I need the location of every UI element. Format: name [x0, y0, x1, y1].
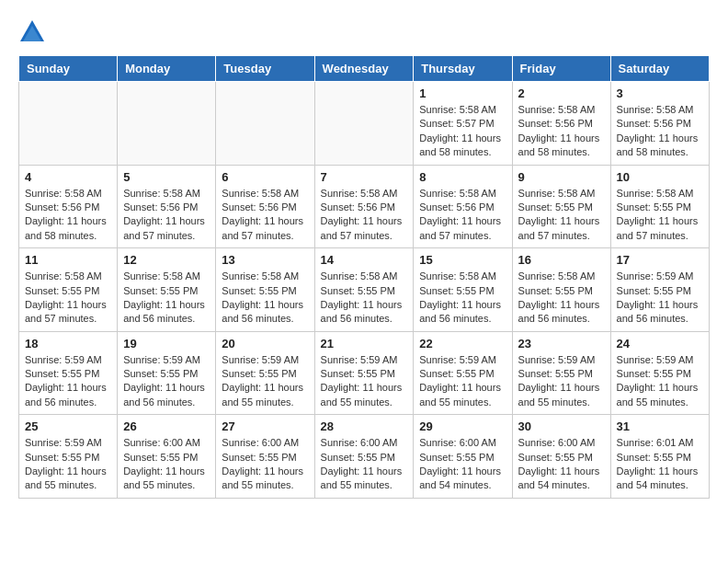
calendar-cell: 29Sunrise: 6:00 AM Sunset: 5:55 PM Dayli…: [414, 415, 512, 499]
calendar-cell: 18Sunrise: 5:59 AM Sunset: 5:55 PM Dayli…: [19, 331, 118, 415]
day-info: Sunrise: 6:00 AM Sunset: 5:55 PM Dayligh…: [518, 436, 605, 493]
day-number: 29: [419, 419, 506, 433]
calendar-cell: 12Sunrise: 5:58 AM Sunset: 5:55 PM Dayli…: [118, 248, 216, 332]
day-number: 27: [222, 419, 308, 433]
day-info: Sunrise: 5:58 AM Sunset: 5:56 PM Dayligh…: [518, 103, 605, 160]
day-info: Sunrise: 5:59 AM Sunset: 5:55 PM Dayligh…: [419, 353, 506, 410]
calendar-cell: 22Sunrise: 5:59 AM Sunset: 5:55 PM Dayli…: [414, 331, 512, 415]
day-header-saturday: Saturday: [610, 56, 709, 82]
calendar-cell: 27Sunrise: 6:00 AM Sunset: 5:55 PM Dayli…: [216, 415, 314, 499]
calendar-cell: 23Sunrise: 5:59 AM Sunset: 5:55 PM Dayli…: [512, 331, 610, 415]
day-number: 17: [617, 253, 703, 267]
day-number: 7: [321, 170, 408, 184]
week-row-5: 25Sunrise: 5:59 AM Sunset: 5:55 PM Dayli…: [19, 415, 710, 499]
calendar-cell: 11Sunrise: 5:58 AM Sunset: 5:55 PM Dayli…: [19, 248, 118, 332]
day-info: Sunrise: 5:58 AM Sunset: 5:55 PM Dayligh…: [25, 270, 111, 327]
day-info: Sunrise: 5:58 AM Sunset: 5:55 PM Dayligh…: [518, 187, 605, 244]
day-info: Sunrise: 5:58 AM Sunset: 5:56 PM Dayligh…: [222, 187, 308, 244]
day-header-friday: Friday: [512, 56, 610, 82]
day-number: 12: [123, 253, 210, 267]
day-info: Sunrise: 6:00 AM Sunset: 5:55 PM Dayligh…: [222, 436, 308, 493]
day-info: Sunrise: 5:58 AM Sunset: 5:55 PM Dayligh…: [617, 187, 703, 244]
day-number: 4: [25, 170, 111, 184]
day-header-sunday: Sunday: [19, 56, 118, 82]
day-number: 14: [321, 253, 408, 267]
day-info: Sunrise: 5:59 AM Sunset: 5:55 PM Dayligh…: [25, 436, 111, 493]
day-number: 3: [617, 86, 703, 100]
calendar-cell: 21Sunrise: 5:59 AM Sunset: 5:55 PM Dayli…: [314, 331, 414, 415]
day-info: Sunrise: 5:58 AM Sunset: 5:55 PM Dayligh…: [321, 270, 408, 327]
day-info: Sunrise: 5:58 AM Sunset: 5:55 PM Dayligh…: [222, 270, 308, 327]
day-header-monday: Monday: [118, 56, 216, 82]
week-row-4: 18Sunrise: 5:59 AM Sunset: 5:55 PM Dayli…: [19, 331, 710, 415]
day-info: Sunrise: 5:59 AM Sunset: 5:55 PM Dayligh…: [617, 270, 703, 327]
day-info: Sunrise: 6:00 AM Sunset: 5:55 PM Dayligh…: [123, 436, 210, 493]
day-info: Sunrise: 5:58 AM Sunset: 5:55 PM Dayligh…: [419, 270, 506, 327]
calendar-cell: 2Sunrise: 5:58 AM Sunset: 5:56 PM Daylig…: [512, 82, 610, 166]
calendar-cell: 25Sunrise: 5:59 AM Sunset: 5:55 PM Dayli…: [19, 415, 118, 499]
day-info: Sunrise: 6:00 AM Sunset: 5:55 PM Dayligh…: [321, 436, 408, 493]
day-number: 22: [419, 337, 506, 350]
day-number: 30: [518, 419, 605, 433]
calendar-cell: 19Sunrise: 5:59 AM Sunset: 5:55 PM Dayli…: [118, 331, 216, 415]
calendar-cell: 24Sunrise: 5:59 AM Sunset: 5:55 PM Dayli…: [610, 331, 709, 415]
day-info: Sunrise: 6:00 AM Sunset: 5:55 PM Dayligh…: [419, 436, 506, 493]
day-number: 26: [123, 419, 210, 433]
day-number: 20: [222, 337, 308, 350]
calendar-cell: 13Sunrise: 5:58 AM Sunset: 5:55 PM Dayli…: [216, 248, 314, 332]
day-info: Sunrise: 5:59 AM Sunset: 5:55 PM Dayligh…: [222, 353, 308, 410]
calendar-cell: 5Sunrise: 5:58 AM Sunset: 5:56 PM Daylig…: [118, 165, 216, 248]
day-number: 2: [518, 86, 605, 100]
day-number: 31: [617, 419, 703, 433]
page-header: [18, 18, 710, 46]
day-number: 1: [419, 86, 506, 100]
day-number: 21: [321, 337, 408, 350]
day-number: 5: [123, 170, 210, 184]
day-header-thursday: Thursday: [414, 56, 512, 82]
calendar-cell: 26Sunrise: 6:00 AM Sunset: 5:55 PM Dayli…: [118, 415, 216, 499]
day-info: Sunrise: 5:59 AM Sunset: 5:55 PM Dayligh…: [25, 353, 111, 410]
day-number: 6: [222, 170, 308, 184]
calendar-cell: 9Sunrise: 5:58 AM Sunset: 5:55 PM Daylig…: [512, 165, 610, 248]
calendar: SundayMondayTuesdayWednesdayThursdayFrid…: [18, 55, 710, 499]
day-number: 11: [25, 253, 111, 267]
calendar-cell: 20Sunrise: 5:59 AM Sunset: 5:55 PM Dayli…: [216, 331, 314, 415]
calendar-cell: 1Sunrise: 5:58 AM Sunset: 5:57 PM Daylig…: [414, 82, 512, 166]
day-info: Sunrise: 5:58 AM Sunset: 5:57 PM Dayligh…: [419, 103, 506, 160]
day-number: 24: [617, 337, 703, 350]
calendar-cell: 4Sunrise: 5:58 AM Sunset: 5:56 PM Daylig…: [19, 165, 118, 248]
day-info: Sunrise: 5:58 AM Sunset: 5:56 PM Dayligh…: [123, 187, 210, 244]
day-number: 15: [419, 253, 506, 267]
calendar-cell: 7Sunrise: 5:58 AM Sunset: 5:56 PM Daylig…: [314, 165, 414, 248]
calendar-cell: 15Sunrise: 5:58 AM Sunset: 5:55 PM Dayli…: [414, 248, 512, 332]
day-header-tuesday: Tuesday: [216, 56, 314, 82]
calendar-cell: 30Sunrise: 6:00 AM Sunset: 5:55 PM Dayli…: [512, 415, 610, 499]
calendar-cell: 10Sunrise: 5:58 AM Sunset: 5:55 PM Dayli…: [610, 165, 709, 248]
day-info: Sunrise: 5:58 AM Sunset: 5:56 PM Dayligh…: [321, 187, 408, 244]
calendar-cell: [314, 82, 414, 166]
day-info: Sunrise: 5:59 AM Sunset: 5:55 PM Dayligh…: [518, 353, 605, 410]
day-info: Sunrise: 5:58 AM Sunset: 5:55 PM Dayligh…: [518, 270, 605, 327]
day-number: 9: [518, 170, 605, 184]
day-info: Sunrise: 5:58 AM Sunset: 5:56 PM Dayligh…: [617, 103, 703, 160]
calendar-cell: 8Sunrise: 5:58 AM Sunset: 5:56 PM Daylig…: [414, 165, 512, 248]
day-info: Sunrise: 5:58 AM Sunset: 5:56 PM Dayligh…: [419, 187, 506, 244]
calendar-cell: [216, 82, 314, 166]
calendar-cell: 28Sunrise: 6:00 AM Sunset: 5:55 PM Dayli…: [314, 415, 414, 499]
day-info: Sunrise: 5:59 AM Sunset: 5:55 PM Dayligh…: [123, 353, 210, 410]
calendar-cell: 31Sunrise: 6:01 AM Sunset: 5:55 PM Dayli…: [610, 415, 709, 499]
days-header-row: SundayMondayTuesdayWednesdayThursdayFrid…: [19, 56, 710, 82]
calendar-cell: 17Sunrise: 5:59 AM Sunset: 5:55 PM Dayli…: [610, 248, 709, 332]
day-number: 8: [419, 170, 506, 184]
week-row-1: 1Sunrise: 5:58 AM Sunset: 5:57 PM Daylig…: [19, 82, 710, 166]
day-number: 23: [518, 337, 605, 350]
day-number: 18: [25, 337, 111, 350]
calendar-cell: [118, 82, 216, 166]
day-info: Sunrise: 6:01 AM Sunset: 5:55 PM Dayligh…: [617, 436, 703, 493]
day-number: 28: [321, 419, 408, 433]
day-header-wednesday: Wednesday: [314, 56, 414, 82]
week-row-3: 11Sunrise: 5:58 AM Sunset: 5:55 PM Dayli…: [19, 248, 710, 332]
day-info: Sunrise: 5:58 AM Sunset: 5:55 PM Dayligh…: [123, 270, 210, 327]
day-number: 25: [25, 419, 111, 433]
logo: [18, 18, 51, 46]
